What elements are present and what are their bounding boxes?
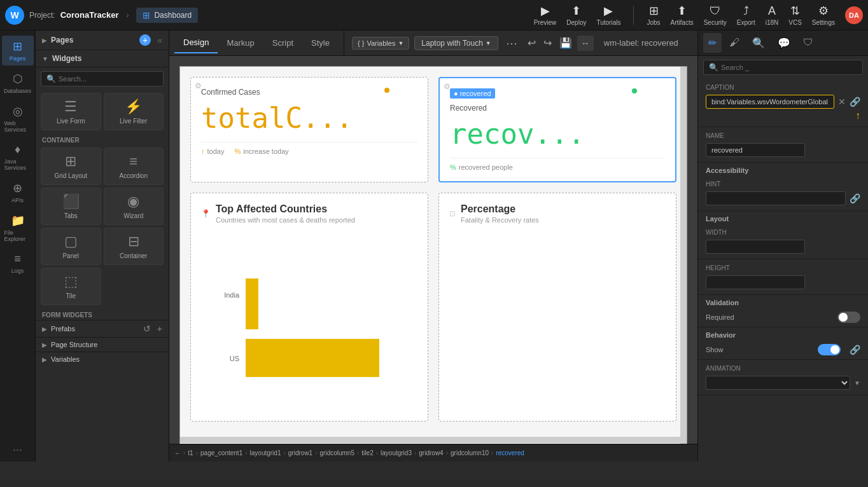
save-button[interactable]: 💾 xyxy=(557,34,575,51)
accordion-label: Accordion xyxy=(120,172,148,179)
live-form-widget[interactable]: ☰ Live Form xyxy=(41,93,101,130)
prefabs-refresh-icon[interactable]: ↺ xyxy=(143,324,151,334)
wm-value: recovered xyxy=(641,38,678,48)
sidebar-item-databases[interactable]: ⬡ Databases xyxy=(2,68,34,98)
right-panel-search-input[interactable] xyxy=(721,64,857,71)
confirmed-cases-value: totalC... xyxy=(201,102,417,134)
project-prefix: Project: xyxy=(29,11,55,20)
breadcrumb-t1[interactable]: t1 xyxy=(188,449,193,456)
tutorials-button[interactable]: ▶ Tutorials xyxy=(596,4,620,26)
accordion-widget[interactable]: ≡ Accordion xyxy=(104,147,164,185)
width-input[interactable] xyxy=(706,240,805,254)
hint-link-icon[interactable]: 🔗 xyxy=(850,193,860,203)
canvas-scroll[interactable]: ⚙ Confirmed Cases totalC... ↑ today % in… xyxy=(169,56,697,444)
widget-search-input[interactable] xyxy=(59,75,158,83)
hint-input[interactable] xyxy=(706,191,846,205)
sidebar-item-web-services[interactable]: ◎ Web Services xyxy=(2,100,34,137)
caption-arrow-up-icon[interactable]: ↑ xyxy=(855,110,860,121)
scroll-bar-horizontal[interactable] xyxy=(180,437,687,443)
breadcrumb-gridrow4[interactable]: gridrow4 xyxy=(419,449,443,456)
gear-overlay-recovered-icon[interactable]: ⚙ xyxy=(444,82,451,91)
export-button[interactable]: ⤴ Export xyxy=(737,4,755,26)
live-filter-widget[interactable]: ⚡ Live Filter xyxy=(104,93,164,130)
rp-tab-style[interactable]: 🖌 xyxy=(724,33,745,53)
rp-tab-search[interactable]: 🔍 xyxy=(747,33,770,53)
i18n-button[interactable]: A i18N xyxy=(766,4,779,26)
redo-button[interactable]: ↪ xyxy=(541,34,554,51)
pages-collapse-icon[interactable]: « xyxy=(157,35,162,45)
breadcrumb-page-content1[interactable]: page_content1 xyxy=(200,449,242,456)
container-widget[interactable]: ⊟ Container xyxy=(104,228,164,265)
right-panel-tabs: ✏ 🖌 🔍 💬 🛡 xyxy=(703,33,818,53)
container-icon: ⊟ xyxy=(128,233,139,250)
show-toggle[interactable] xyxy=(818,344,841,355)
jobs-button[interactable]: ⊞ Jobs xyxy=(647,4,660,26)
sidebar-item-logs[interactable]: ≡ Logs xyxy=(2,249,34,278)
variables-header[interactable]: ▶ Variables xyxy=(36,352,169,366)
prefabs-header[interactable]: ▶ Prefabs ↺ + xyxy=(36,320,169,337)
sidebar-item-apis[interactable]: ⊕ APIs xyxy=(2,177,34,207)
markup-tab[interactable]: Markup xyxy=(218,33,263,53)
caption-link-icon[interactable]: 🔗 xyxy=(850,97,860,107)
caption-clear-icon[interactable]: ✕ xyxy=(838,97,846,107)
rp-tab-chat[interactable]: 💬 xyxy=(773,33,795,53)
height-input[interactable] xyxy=(706,275,805,289)
sidebar-item-java-services[interactable]: ♦ Java Services xyxy=(2,139,34,175)
variables-button[interactable]: { } Variables ▼ xyxy=(352,37,409,50)
security-button[interactable]: 🛡 Security xyxy=(704,4,727,26)
artifacts-button[interactable]: ⬆ Artifacts xyxy=(671,4,694,26)
wizard-widget[interactable]: ◉ Wizard xyxy=(104,188,164,225)
avatar[interactable]: DA xyxy=(845,6,863,24)
undo-button[interactable]: ↩ xyxy=(525,34,538,51)
design-tab[interactable]: Design xyxy=(174,32,218,53)
dashboard-tab[interactable]: ⊞ Dashboard xyxy=(136,8,198,23)
caption-input[interactable] xyxy=(706,95,834,109)
breadcrumb-gridcolumn5[interactable]: gridcolumn5 xyxy=(320,449,354,456)
settings-button[interactable]: ⚙ Settings xyxy=(812,4,835,26)
panel-widget[interactable]: ▢ Panel xyxy=(41,228,101,265)
animation-select[interactable] xyxy=(706,376,850,390)
databases-icon: ⬡ xyxy=(13,72,23,86)
deploy-button[interactable]: ⬆ Deploy xyxy=(566,4,586,26)
confirmed-cases-tile[interactable]: ⚙ Confirmed Cases totalC... ↑ today % in… xyxy=(190,77,428,182)
style-tab[interactable]: Style xyxy=(302,33,339,53)
pages-add-button[interactable]: + xyxy=(139,34,151,46)
sidebar-item-pages[interactable]: ⊞ Pages xyxy=(2,36,34,65)
breadcrumb-layoutgrid3[interactable]: layoutgrid3 xyxy=(381,449,412,456)
percentage-title: Percentage xyxy=(461,203,539,215)
prefabs-add-icon[interactable]: + xyxy=(157,324,162,334)
widgets-section-header[interactable]: ▼ Widgets xyxy=(36,50,169,67)
bc-sep-7: › xyxy=(376,449,378,456)
device-selector[interactable]: Laptop with Touch ▼ xyxy=(414,36,498,50)
recovered-people-label: recovered people xyxy=(459,163,513,171)
sidebar-more-button[interactable]: ··· xyxy=(13,443,22,456)
show-link-icon[interactable]: 🔗 xyxy=(850,345,860,355)
recovered-tile[interactable]: ⚙ ● recovered Recovered recov... % recov… xyxy=(438,77,676,182)
name-input[interactable] xyxy=(706,143,805,157)
preview-button[interactable]: ▶ Preview xyxy=(534,4,557,26)
breadcrumb-recovered[interactable]: recovered xyxy=(496,449,524,456)
grid-layout-widget[interactable]: ⊞ Grid Layout xyxy=(41,147,101,185)
gear-overlay-icon[interactable]: ⚙ xyxy=(195,81,202,90)
breadcrumb-layoutgrid1[interactable]: layoutgrid1 xyxy=(250,449,281,456)
confirmed-footer: ↑ today % increase today xyxy=(201,142,417,155)
page-structure-header[interactable]: ▶ Page Structure xyxy=(36,337,169,352)
canvas-more-button[interactable]: ⋯ xyxy=(503,36,520,50)
expand-button[interactable]: ↔ xyxy=(577,36,594,51)
logo-button[interactable]: W xyxy=(5,6,24,25)
breadcrumb-gridrow1[interactable]: gridrow1 xyxy=(288,449,312,456)
script-tab[interactable]: Script xyxy=(263,33,302,53)
rp-tab-security[interactable]: 🛡 xyxy=(798,33,818,53)
sidebar-item-file-explorer[interactable]: 📁 File Explorer xyxy=(2,210,34,246)
scroll-bar-vertical[interactable] xyxy=(680,67,687,444)
pages-section-header[interactable]: ▶ Pages + « xyxy=(36,31,169,50)
rp-tab-edit[interactable]: ✏ xyxy=(703,33,722,53)
tabs-widget[interactable]: ⬛ Tabs xyxy=(41,188,101,225)
tile-widget[interactable]: ⬚ Tile xyxy=(41,268,101,305)
required-toggle[interactable] xyxy=(837,312,860,323)
breadcrumb-back[interactable]: ← xyxy=(174,449,181,456)
breadcrumb-gridcolumn10[interactable]: gridcolumn10 xyxy=(451,449,489,456)
vcs-button[interactable]: ⇅ VCS xyxy=(788,4,802,26)
live-filter-label: Live Filter xyxy=(120,118,147,125)
breadcrumb-tile2[interactable]: tile2 xyxy=(361,449,373,456)
